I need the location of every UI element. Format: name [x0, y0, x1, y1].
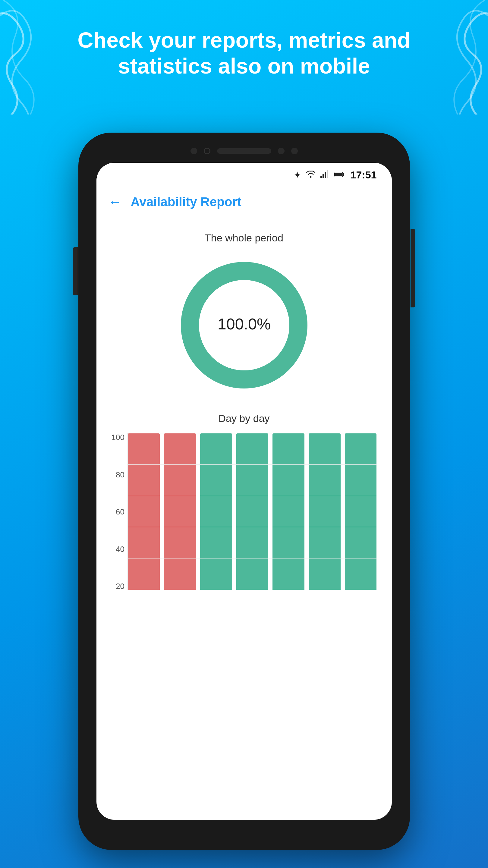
sensor-dot	[190, 148, 197, 154]
power-button	[410, 229, 415, 307]
donut-chart: 100.0%	[175, 256, 313, 395]
signal-icon	[321, 170, 330, 180]
bars-area	[127, 433, 377, 590]
y-label-60: 60	[116, 508, 124, 516]
svg-rect-1	[321, 176, 322, 178]
volume-button	[73, 247, 78, 296]
app-content: The whole period 100.0% Day by day 10	[96, 217, 392, 599]
phone-screen: ✦	[96, 163, 392, 820]
bar-chart-title: Day by day	[109, 412, 380, 424]
phone-device: ✦	[79, 133, 410, 850]
bar-6	[309, 433, 341, 590]
svg-rect-6	[343, 173, 344, 176]
front-camera	[204, 148, 210, 154]
sensor-dot-2	[278, 148, 284, 154]
y-label-100: 100	[112, 433, 124, 441]
back-button[interactable]: ←	[109, 194, 122, 210]
wifi-icon	[305, 170, 316, 180]
bar-3	[200, 433, 232, 590]
battery-icon	[334, 170, 344, 180]
donut-value: 100.0%	[217, 315, 270, 333]
donut-section-title: The whole period	[109, 232, 380, 244]
y-label-40: 40	[116, 545, 124, 553]
status-time: 17:51	[350, 169, 377, 181]
y-label-80: 80	[116, 471, 124, 478]
page-title: Availability Report	[131, 195, 241, 209]
svg-point-0	[310, 176, 311, 178]
speaker	[217, 148, 271, 154]
status-bar: ✦	[96, 163, 392, 187]
bluetooth-icon: ✦	[294, 170, 301, 180]
bar-4	[236, 433, 268, 590]
bar-chart: 100 80 60 40 20	[112, 433, 377, 590]
hero-text: Check your reports, metrics and statisti…	[0, 27, 488, 79]
donut-chart-container: 100.0%	[109, 256, 380, 395]
bar-7	[345, 433, 377, 590]
svg-rect-7	[334, 173, 342, 176]
phone-top-bar	[175, 144, 313, 158]
status-icons: ✦	[294, 170, 344, 180]
svg-rect-2	[323, 174, 324, 178]
bar-chart-wrapper: 100 80 60 40 20	[109, 433, 380, 590]
y-label-20: 20	[116, 582, 124, 590]
y-axis: 100 80 60 40 20	[112, 433, 124, 590]
bar-1	[128, 433, 160, 590]
bar-5	[273, 433, 304, 590]
svg-rect-4	[327, 170, 328, 178]
sensor-dot-3	[291, 148, 298, 154]
bar-2	[164, 433, 196, 590]
svg-rect-3	[325, 172, 326, 178]
app-header: ← Availability Report	[96, 187, 392, 217]
